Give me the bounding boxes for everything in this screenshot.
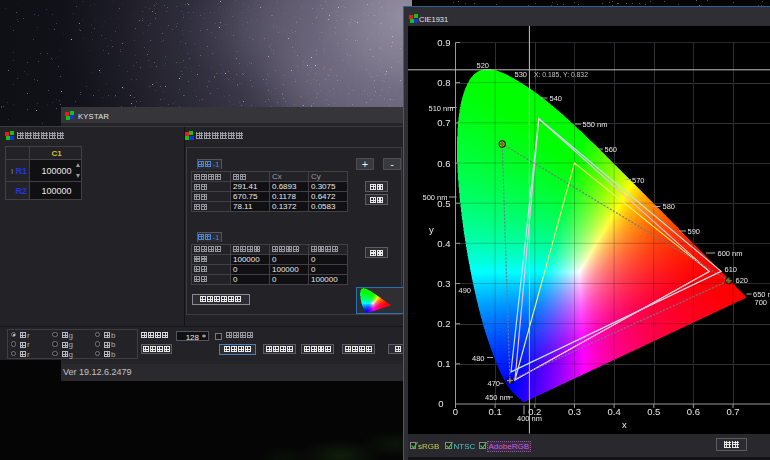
svg-text:0: 0 [453, 406, 458, 417]
svg-text:700: 700 [755, 298, 768, 307]
svg-text:560: 560 [605, 145, 618, 154]
svg-text:480: 480 [472, 354, 485, 363]
svg-text:0: 0 [438, 398, 443, 409]
svg-text:520: 520 [477, 61, 490, 70]
svg-text:510 nm: 510 nm [429, 104, 454, 113]
svg-text:0.9: 0.9 [437, 37, 450, 48]
svg-text:0.3: 0.3 [437, 278, 450, 289]
svg-text:0.6: 0.6 [437, 158, 450, 169]
svg-text:610: 610 [725, 265, 738, 274]
svg-text:590: 590 [688, 227, 701, 236]
svg-text:y: y [429, 224, 434, 235]
svg-text:450 nm: 450 nm [485, 393, 510, 402]
svg-text:530: 530 [515, 70, 528, 79]
svg-text:550 nm: 550 nm [583, 120, 608, 129]
svg-text:x: x [622, 419, 627, 430]
svg-text:540: 540 [550, 94, 563, 103]
svg-text:0.6: 0.6 [687, 406, 700, 417]
svg-text:470: 470 [488, 379, 501, 388]
svg-text:620: 620 [736, 276, 749, 285]
svg-text:0.1: 0.1 [437, 358, 450, 369]
svg-text:0.4: 0.4 [437, 238, 450, 249]
svg-text:0.4: 0.4 [607, 406, 620, 417]
svg-text:0.1: 0.1 [488, 406, 501, 417]
svg-text:600 nm: 600 nm [718, 249, 743, 258]
svg-text:0.5: 0.5 [647, 406, 660, 417]
svg-text:0.3: 0.3 [568, 406, 581, 417]
svg-text:0.7: 0.7 [437, 117, 450, 128]
svg-text:580: 580 [663, 202, 676, 211]
svg-text:570: 570 [632, 176, 645, 185]
svg-text:400 nm: 400 nm [517, 414, 542, 423]
svg-text:500 nm: 500 nm [423, 193, 448, 202]
svg-text:0.7: 0.7 [726, 406, 739, 417]
svg-text:0.2: 0.2 [437, 318, 450, 329]
svg-text:X: 0.185, Y: 0.832: X: 0.185, Y: 0.832 [534, 71, 588, 78]
svg-text:0.8: 0.8 [437, 77, 450, 88]
svg-text:490: 490 [459, 286, 472, 295]
